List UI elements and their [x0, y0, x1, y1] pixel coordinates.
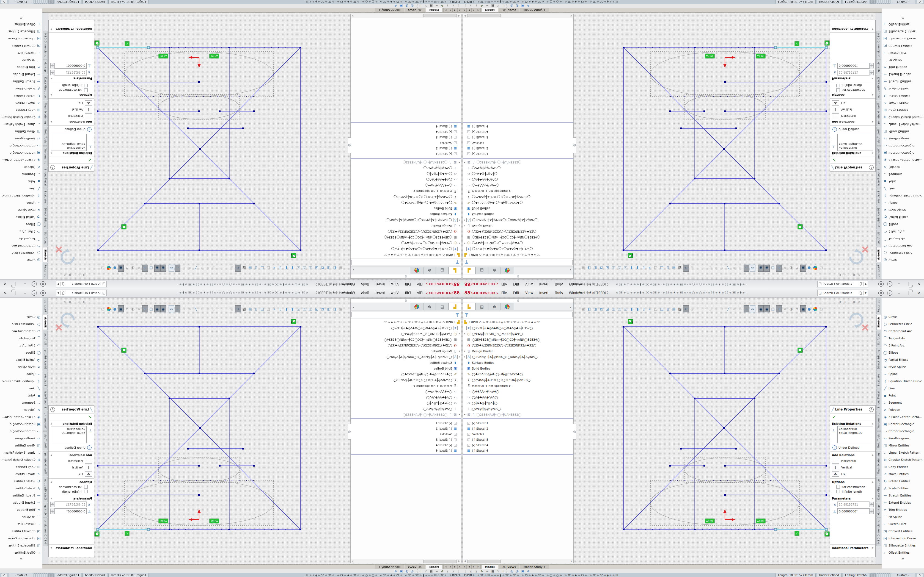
tool-point[interactable]: ▪Point	[882, 178, 924, 185]
tool-linear-sketch-pattern[interactable]: ∷Linear Sketch Pattern	[0, 449, 42, 456]
propertymanager-tab[interactable]: ▤	[475, 267, 488, 274]
tool-b-icon[interactable]: ⊥	[695, 264, 701, 272]
tool-line[interactable]: ╱Line	[882, 385, 924, 392]
search-dropdown-icon[interactable]: ▼	[57, 282, 60, 287]
spline-tool-icon[interactable]: ~	[174, 264, 180, 272]
expand-pane-icon[interactable]: ▸	[78, 300, 79, 304]
menu-edit[interactable]: Edit	[510, 290, 522, 296]
commandmanager-tab-markup[interactable]: Markup	[876, 503, 881, 517]
move-with-eye-icon[interactable]: +	[776, 264, 782, 272]
commandmanager-tab-sheet-metal[interactable]: Sheet Metal	[43, 389, 48, 410]
tree-item-favorites[interactable]: ★◯25ЗЕ╋◦♣◎ΛАФ◯◦◯ФАΛ◎♣◦╋ЕЗ52◯	[351, 246, 460, 252]
tool-segment[interactable]: ∷Segment	[882, 399, 924, 406]
horizontal-relation-row[interactable]: —Horizontal	[48, 458, 94, 464]
vertical-relation-row[interactable]: |Vertical	[830, 106, 876, 113]
tree-item-origin[interactable]: ⊥◯ΛΨ◎╋◎◎°◎ΨΛ◯	[464, 165, 573, 171]
doc-close[interactable]: ×	[858, 300, 861, 304]
tool-partial-ellipse[interactable]: ◔Partial Ellipse	[882, 214, 924, 221]
solid-feature-2-icon[interactable]: ▮	[635, 305, 640, 313]
tree-item-equations[interactable]: Σ◯25ИΛ◎╋АU°ЗЕ◯◦◯ЗЕ°UА╋◎ΛИ52◯	[351, 194, 460, 200]
display-mode-selector[interactable]: Custom ▴	[9, 0, 33, 3]
view-dropdown-icon[interactable]: ▾	[794, 264, 800, 272]
shell-feature-icon[interactable]: ◳	[265, 264, 271, 272]
tool-offset-entities[interactable]: ⊏Offset Entities	[0, 549, 42, 556]
tree-splitter-2[interactable]	[463, 454, 573, 455]
solid-feature-1-icon[interactable]: ▮	[628, 264, 635, 272]
step-down-icon[interactable]: ▾	[870, 511, 874, 514]
task-gear-icon[interactable]: ◎	[409, 570, 415, 573]
dome-feature-icon[interactable]: ▯	[253, 264, 259, 272]
scroll-left-icon[interactable]: ◀	[463, 560, 467, 562]
cylinder-feature-icon[interactable]: ▯	[278, 305, 283, 313]
commandmanager-tab-data-migration[interactable]: Data Migration	[876, 477, 881, 502]
menu-view[interactable]: View	[522, 281, 536, 287]
commandmanager-tab-sheet-metal[interactable]: Sheet Metal	[43, 167, 48, 188]
tool-linear-sketch-pattern[interactable]: ∷Linear Sketch Pattern	[882, 121, 924, 128]
collapse-icon[interactable]: ∧	[872, 152, 874, 155]
tree-root[interactable]: ▙ TЯPDL2. ⊚ ЗЕ ⊚ Ш ⊚ ⊚ ╋ ⊚ ƆС ⊚ ЗЕ ⊚ · ⊚…	[464, 319, 573, 325]
help-icon[interactable]: ?	[50, 407, 55, 412]
tool-partial-ellipse[interactable]: ◔Partial Ellipse	[882, 356, 924, 363]
menu-view[interactable]: View	[388, 281, 402, 287]
tool-stretch-entities[interactable]: ↦Stretch Entities	[0, 78, 42, 85]
tool-rotate-entities[interactable]: ↻Rotate Entities	[0, 92, 42, 100]
scroll-left-icon[interactable]: ◀	[463, 15, 467, 17]
exit-sketch-icon[interactable]: ↩	[683, 264, 689, 272]
tool-d-icon[interactable]: ◡	[211, 264, 217, 272]
tool-g-icon[interactable]: ∗	[187, 264, 192, 272]
drag-grip-icon[interactable]: ⋮	[456, 570, 462, 573]
cylinder-feature-icon[interactable]: ▯	[278, 264, 283, 272]
move-with-eye-icon[interactable]: +	[776, 305, 782, 313]
expand-icon[interactable]: ∨	[50, 28, 52, 31]
commandmanager-tab-mesh-modeling[interactable]: Mesh Modeling	[876, 451, 881, 476]
snapshot-right-icon[interactable]: ◗	[473, 570, 479, 573]
tool-spline[interactable]: ∼Spline	[0, 200, 42, 206]
commandmanager-tab-features[interactable]: Features	[43, 263, 48, 279]
extruded-cut-icon[interactable]: ◰	[617, 305, 622, 313]
tool-center-rectangle[interactable]: ▣Center Rectangle	[882, 421, 924, 427]
tree-item-sketch3[interactable]: ◱Sketch3	[351, 140, 460, 146]
tab-nav-icon[interactable]: ◀	[457, 565, 462, 569]
tree-item-surface-bodies[interactable]: ◗Surface Bodies	[464, 359, 573, 366]
tool-three-point-arc[interactable]: ◠3 Point Arc	[882, 228, 924, 235]
menu-view[interactable]: View	[522, 290, 536, 296]
zebra-stripes-icon[interactable]: ▧	[677, 264, 683, 272]
tab-nav-icon[interactable]: ◀	[457, 8, 462, 12]
tab-nav-icon[interactable]: ◀	[453, 565, 457, 569]
tree-item-sketch6[interactable]: ▦(-) Sketch6	[464, 448, 573, 453]
dome-feature-icon[interactable]: ▯	[665, 264, 671, 272]
tool-perimeter-circle[interactable]: ◌Perimeter Circle	[882, 321, 924, 327]
tree-splitter-2[interactable]	[351, 454, 461, 455]
expand-tabs-icon[interactable]: ›	[351, 305, 354, 310]
collapse-icon[interactable]: ∧	[50, 480, 52, 483]
tool-line[interactable]: ╱Line	[0, 185, 42, 192]
wrap-feature-icon[interactable]: ◫	[659, 264, 665, 272]
dock-pane-icon[interactable]: ◧	[839, 300, 842, 304]
scroll-thumb[interactable]	[467, 14, 501, 17]
tool-tangent-arc[interactable]: ⌒Tangent Arc	[0, 235, 42, 242]
step-up-icon[interactable]: ▴	[870, 502, 874, 504]
tree-item-annotations[interactable]: ▸A◯25ИN◎◦╋А╋◎ИNА◯◦◯АNИ◎╋А╋◦◎NИ◯	[464, 354, 573, 359]
tool-circular-sketch-pattern[interactable]: ⊛Circular Sketch Pattern	[882, 114, 924, 121]
tab-nav-icon[interactable]: ◀	[462, 8, 467, 12]
tree-item-design-binder[interactable]: ▸▯Design Binder	[464, 348, 573, 354]
length-parameter-input[interactable]: 10.88152731	[837, 501, 869, 507]
commandmanager-tab-mesh-modeling[interactable]: Mesh Modeling	[43, 101, 48, 126]
boundary-boss-icon[interactable]: ◫	[611, 264, 616, 272]
tool-trim-entities[interactable]: ✂Trim Entities	[882, 506, 924, 513]
vertical-relation-row[interactable]: |Vertical	[830, 464, 876, 471]
display-mode-selector[interactable]: Custom ▴	[9, 574, 33, 577]
tool-linear-sketch-pattern[interactable]: ∷Linear Sketch Pattern	[882, 449, 924, 456]
sep-icon[interactable]	[507, 569, 509, 573]
hide-all-types-icon[interactable]: ◉	[764, 305, 770, 313]
step-up-icon[interactable]: ▴	[50, 66, 54, 68]
tool-scale-entities[interactable]: ⇗Scale Entities	[0, 485, 42, 492]
help-icon[interactable]: ?	[869, 407, 874, 412]
view-orientation-icon[interactable]: ▣	[800, 264, 806, 272]
checkbox[interactable]	[84, 84, 88, 87]
restore-button[interactable]	[905, 291, 913, 295]
tab-overflow-icon[interactable]: ⋮	[877, 548, 880, 550]
doc-restore[interactable]: ▣	[853, 273, 855, 277]
commandmanager-tab-data-migration[interactable]: Data Migration	[43, 75, 48, 100]
document-tab-3d-views[interactable]: 3D Views	[405, 8, 425, 12]
